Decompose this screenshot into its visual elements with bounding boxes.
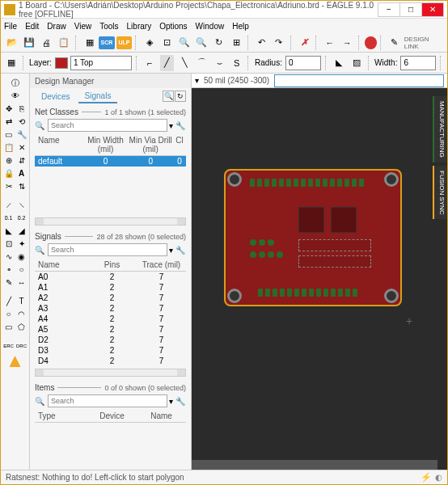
ripup-tool-icon[interactable]: ⟍ xyxy=(15,199,27,211)
chevron-down-icon[interactable]: ▾ xyxy=(169,397,173,406)
tab-signals[interactable]: Signals xyxy=(78,90,118,103)
attribute-tool-icon[interactable]: ✎ xyxy=(2,276,15,289)
copy-tool-icon[interactable]: ⎘ xyxy=(15,103,27,115)
optimize-tool-icon[interactable]: ⊡ xyxy=(2,238,15,250)
netclass-row[interactable]: default 0 0 0 xyxy=(35,156,186,167)
open-icon[interactable]: 📂 xyxy=(4,35,19,51)
undo-icon[interactable]: ↶ xyxy=(254,35,269,51)
hole-tool-icon[interactable]: ○ xyxy=(15,264,27,276)
schematic-icon[interactable]: ▦ xyxy=(82,35,97,51)
signal-row[interactable]: A227 xyxy=(35,293,186,303)
signal-row[interactable]: A527 xyxy=(35,324,186,335)
signal-row[interactable]: D427 xyxy=(35,356,186,366)
close-button[interactable]: ✕ xyxy=(421,2,444,17)
slice-tool-icon[interactable]: ◢ xyxy=(15,225,27,237)
signal-tool-icon[interactable]: ⚬ xyxy=(2,264,15,276)
th-cl[interactable]: Cl xyxy=(173,136,186,154)
wire-bend-5-icon[interactable]: S xyxy=(230,55,244,71)
signals-search-input[interactable] xyxy=(48,243,167,256)
wire-bend-1-icon[interactable]: ╱ xyxy=(160,55,175,71)
netclasses-search-input[interactable] xyxy=(48,119,167,132)
value-tool-icon[interactable]: 0.1 xyxy=(2,212,15,224)
radius-input[interactable] xyxy=(285,56,321,70)
drc-tool-icon[interactable]: DRC xyxy=(15,340,27,352)
zoom-select-icon[interactable]: ⊞ xyxy=(228,35,243,51)
circle-tool-icon[interactable]: ○ xyxy=(2,308,15,320)
navigate-icon[interactable]: ◈ xyxy=(142,35,157,51)
change-tool-icon[interactable]: 🔧 xyxy=(15,129,27,141)
rect-tool-icon[interactable]: ▭ xyxy=(2,321,15,333)
menu-view[interactable]: View xyxy=(74,22,92,31)
dimension-tool-icon[interactable]: ↔ xyxy=(15,276,27,289)
board-canvas[interactable]: + MANUFACTURING FUSION SYNC xyxy=(192,88,447,470)
items-search-input[interactable] xyxy=(48,394,167,407)
tab-fusion-sync[interactable]: FUSION SYNC xyxy=(433,166,447,220)
meander-tool-icon[interactable]: ∿ xyxy=(2,251,15,263)
menu-options[interactable]: Options xyxy=(159,22,187,31)
arc-tool-icon[interactable]: ◠ xyxy=(15,308,27,320)
zoom-out-icon[interactable]: 🔍 xyxy=(193,35,209,51)
show-tool-icon[interactable]: 👁 xyxy=(3,90,27,102)
forward-icon[interactable]: → xyxy=(339,35,354,51)
wrench-icon[interactable]: 🔧 xyxy=(175,397,186,406)
fanout-tool-icon[interactable]: ✦ xyxy=(15,238,27,250)
script-button[interactable]: SCR xyxy=(99,36,114,49)
th-pins[interactable]: Pins xyxy=(87,260,137,269)
ulp-button[interactable]: ULP xyxy=(116,36,132,49)
name-tool-icon[interactable]: A xyxy=(15,167,27,179)
signal-row[interactable]: A027 xyxy=(35,272,186,282)
rotate-tool-icon[interactable]: ⟲ xyxy=(15,116,27,128)
wire-bend-0-icon[interactable]: ⌐ xyxy=(142,55,157,71)
print-icon[interactable]: 🖨 xyxy=(39,35,54,51)
layer-color-swatch[interactable] xyxy=(55,57,68,69)
canvas-scrollbar-h[interactable] xyxy=(192,460,437,470)
save-icon[interactable]: 💾 xyxy=(21,35,36,51)
polygon-tool-icon[interactable]: ⬠ xyxy=(15,321,27,333)
menu-library[interactable]: Library xyxy=(127,22,152,31)
th-minwidth[interactable]: Min Width (mil) xyxy=(83,136,129,154)
chevron-down-icon[interactable]: ▾ xyxy=(169,246,173,255)
text-tool-icon[interactable]: T xyxy=(15,295,27,307)
settings-icon[interactable]: ↻ xyxy=(175,91,186,102)
th-device[interactable]: Device xyxy=(87,411,137,420)
menu-help[interactable]: Help xyxy=(232,22,249,31)
command-input[interactable] xyxy=(274,74,444,87)
th-name[interactable]: Name xyxy=(35,136,83,154)
signal-row[interactable]: A127 xyxy=(35,282,186,293)
split-tool-icon[interactable]: ✂ xyxy=(2,180,15,192)
route-tool-icon[interactable]: ⟋ xyxy=(2,199,15,211)
via-tool-icon[interactable]: ◉ xyxy=(15,251,27,263)
errors-icon[interactable] xyxy=(10,356,21,367)
menu-tools[interactable]: Tools xyxy=(99,22,118,31)
miter-icon[interactable]: ◣ xyxy=(332,55,347,71)
tab-manufacturing[interactable]: MANUFACTURING xyxy=(433,96,447,162)
signal-row[interactable]: D327 xyxy=(35,345,186,356)
th-trace[interactable]: Trace (mil) xyxy=(137,260,186,269)
smash-tool-icon[interactable]: 0.2 xyxy=(15,212,27,224)
pcb-board[interactable] xyxy=(224,169,402,306)
mirror-tool-icon[interactable]: ⇄ xyxy=(2,116,15,128)
menu-file[interactable]: File xyxy=(4,22,17,31)
signal-row[interactable]: A427 xyxy=(35,314,186,324)
scrollbar-h[interactable] xyxy=(35,217,186,226)
fill-icon[interactable]: ▨ xyxy=(349,55,364,71)
menu-window[interactable]: Window xyxy=(196,22,225,31)
stop-icon[interactable] xyxy=(365,36,378,49)
manager-icon[interactable]: ✎ xyxy=(387,35,402,51)
group-tool-icon[interactable]: ▭ xyxy=(2,129,15,141)
cancel-icon[interactable]: ✗ xyxy=(297,35,312,51)
fit-icon[interactable]: ⊡ xyxy=(158,35,174,51)
grid-menu-icon[interactable]: ▾ xyxy=(195,76,199,85)
minimize-button[interactable]: − xyxy=(378,2,400,17)
delete-tool-icon[interactable]: ✕ xyxy=(15,141,27,154)
signal-row[interactable]: D227 xyxy=(35,335,186,345)
width-input[interactable] xyxy=(400,56,436,70)
wrench-icon[interactable]: 🔧 xyxy=(175,246,186,255)
move-tool-icon[interactable]: ✥ xyxy=(2,103,15,115)
menu-edit[interactable]: Edit xyxy=(25,22,39,31)
th-type[interactable]: Type xyxy=(35,411,87,420)
wire-bend-2-icon[interactable]: ╲ xyxy=(177,55,192,71)
redo-icon[interactable]: ↷ xyxy=(271,35,286,51)
replace-tool-icon[interactable]: ⇵ xyxy=(15,154,27,167)
erc-tool-icon[interactable]: ERC xyxy=(2,340,15,352)
